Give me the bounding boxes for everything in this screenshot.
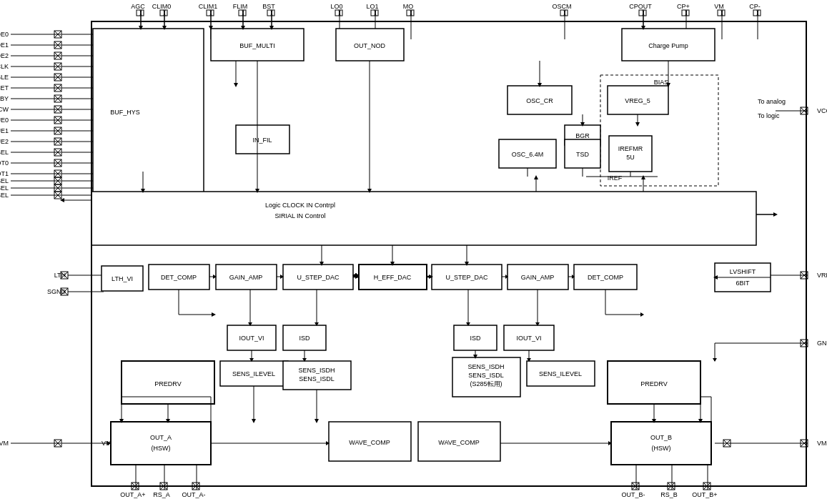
out-a-plus-pin: OUT_A+ (120, 491, 145, 498)
svg-text:(HSW): (HSW) (652, 445, 671, 452)
svg-text:OSCM: OSCM (553, 3, 572, 10)
vcc-pin: VCC (817, 107, 827, 114)
to-logic: To logic (758, 112, 780, 119)
bias-label: BIAS (654, 79, 669, 86)
tsd-label: TSD (576, 151, 590, 158)
predrv-right-label: PREDRV (640, 380, 667, 387)
iout-vi-right-label: IOUT_VI (516, 335, 541, 342)
vm-left-label: VM (101, 440, 112, 447)
vref-pin: VREF (817, 272, 827, 279)
svg-text:MODE2: MODE2 (0, 52, 9, 59)
u-step-dac-left-label: U_STEP_DAC (297, 274, 340, 281)
svg-text:CP+: CP+ (677, 3, 690, 10)
in-fil-label: IN_FIL (252, 137, 272, 144)
svg-text:TORQUE0: TORQUE0 (0, 117, 9, 124)
lth-vi-label: LTH_VI (112, 275, 133, 282)
iout-vi-left-label: IOUT_VI (239, 335, 264, 342)
gain-amp-right-label: GAIN_AMP (521, 274, 555, 281)
det-comp-right-label: DET_COMP (588, 274, 623, 281)
out-a-minus-pin: OUT_A- (182, 491, 205, 498)
out-b-label: OUT_B (650, 434, 672, 441)
svg-text:CLK: CLK (0, 63, 9, 70)
sens-isdh-left-label: SENS_ISDH (298, 367, 335, 374)
svg-text:(S285転用): (S285転用) (470, 380, 502, 387)
svg-text:CLIM1: CLIM1 (199, 3, 218, 10)
svg-text:CW/CCW: CW/CCW (0, 106, 9, 113)
svg-text:5U: 5U (626, 154, 635, 161)
osc6m-label: OSC_6.4M (512, 151, 544, 158)
svg-text:TORQUE1: TORQUE1 (0, 127, 9, 134)
svg-text:CLIM0: CLIM0 (152, 3, 172, 10)
svg-text:MDT0: MDT0 (0, 159, 9, 167)
svg-text:VM: VM (714, 3, 724, 10)
out-b-plus-pin: OUT_B+ (692, 491, 717, 498)
svg-text:SENS_ISDL: SENS_ISDL (468, 372, 504, 379)
svg-rect-235 (611, 422, 711, 465)
svg-text:MDT1: MDT1 (0, 170, 9, 177)
svg-text:LO1: LO1 (366, 3, 378, 10)
predrv-left-label: PREDRV (154, 380, 181, 387)
svg-text:CPOUT: CPOUT (629, 3, 652, 10)
svg-text:IF_SEL: IF_SEL (0, 192, 9, 199)
wave-comp-right-label: WAVE_COMP (438, 439, 480, 446)
svg-text:LO0: LO0 (330, 3, 342, 10)
svg-text:BST: BST (262, 3, 275, 10)
rs-b-pin: RS_B (660, 491, 678, 498)
osc-cr-label: OSC_CR (526, 97, 553, 104)
h-eff-dac-label: H_EFF_DAC (374, 274, 412, 281)
svg-text:FLIM: FLIM (233, 3, 248, 10)
sens-ilevel-left-label: SENS_ILEVEL (232, 370, 275, 377)
buf-hys-label: BUF_HYS (110, 109, 140, 116)
gain-amp-left-label: GAIN_AMP (229, 274, 263, 281)
svg-rect-224 (111, 422, 211, 465)
svg-text:EDG_SEL: EDG_SEL (0, 149, 9, 156)
out-b-minus-pin: OUT_B- (621, 491, 645, 498)
out-a-label: OUT_A (150, 434, 172, 441)
rs-a-pin: RS_A (153, 491, 170, 498)
buf-multi-label: BUF_MULTI (239, 42, 274, 49)
irefmr-label: IREFMR (618, 145, 643, 152)
vm-right-pin: VM (817, 440, 827, 447)
sgnd-pin-label: SGND (47, 288, 66, 295)
sens-isdh-right-label: SENS_ISDH (467, 363, 504, 370)
out-nod-label: OUT_NOD (354, 42, 386, 49)
svg-text:ENABLE: ENABLE (0, 74, 9, 81)
svg-text:6BIT: 6BIT (736, 280, 750, 287)
det-comp-left-label: DET_COMP (161, 274, 197, 281)
iref-label: IREF (608, 174, 623, 182)
vreg-5-label: VREG_5 (625, 97, 650, 104)
svg-rect-199 (91, 192, 756, 245)
logic-text1: Logic CLOCK IN Contrpl (265, 202, 335, 209)
u-step-dac-right-label: U_STEP_DAC (445, 274, 488, 281)
svg-text:TORQUE2: TORQUE2 (0, 138, 9, 145)
isd-right-label: ISD (470, 335, 481, 342)
bgr-label: BGR (575, 132, 590, 139)
gnd-pin: GND (817, 340, 827, 347)
svg-text:CP-: CP- (749, 3, 761, 10)
charge-pump-label: Charge Pump (648, 42, 688, 49)
wave-comp-left-label: WAVE_COMP (349, 439, 390, 446)
svg-text:AGC: AGC (131, 3, 145, 10)
svg-text:MODE1: MODE1 (0, 41, 9, 49)
svg-text:SENS_ISDL: SENS_ISDL (299, 375, 335, 382)
svg-text:RS_SEL: RS_SEL (0, 177, 9, 184)
svg-text:MO: MO (403, 3, 414, 10)
block-diagram: AGC CLIM0 CLIM1 FLIM BST LO0 LO1 MO OSCM (0, 0, 827, 504)
sens-ilevel-right-label: SENS_ILEVEL (539, 370, 582, 377)
lvshift-label: LVSHIFT (730, 268, 756, 275)
isd-left-label: ISD (299, 335, 310, 342)
svg-text:MODE0: MODE0 (0, 31, 9, 38)
vm-left-pin: VM (0, 440, 9, 447)
logic-text2: SIRIAL IN Control (274, 212, 325, 219)
svg-text:STANDBY: STANDBY (0, 95, 9, 102)
to-analog: To analog (758, 98, 786, 105)
svg-text:RESET: RESET (0, 84, 9, 92)
svg-text:(HSW): (HSW) (152, 445, 171, 452)
svg-text:GAIN_SEL: GAIN_SEL (0, 184, 9, 192)
